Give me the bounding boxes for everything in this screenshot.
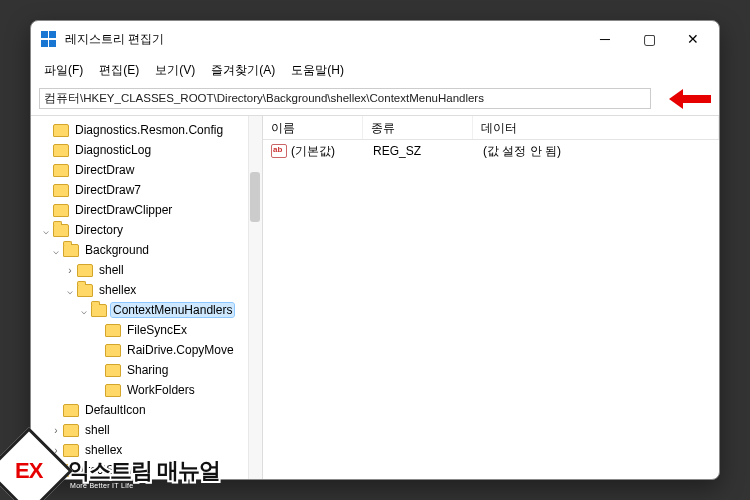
- menu-view[interactable]: 보기(V): [148, 59, 202, 82]
- tree-node-label: DirectDraw: [73, 163, 136, 177]
- close-button[interactable]: ✕: [671, 23, 715, 55]
- tree-node-label: Diagnostics.Resmon.Config: [73, 123, 225, 137]
- menu-edit[interactable]: 편집(E): [92, 59, 146, 82]
- address-bar-row: 컴퓨터\HKEY_CLASSES_ROOT\Directory\Backgrou…: [31, 84, 719, 116]
- tree-node[interactable]: WorkFolders: [35, 380, 262, 400]
- tree-node-label: shell: [97, 263, 126, 277]
- column-data[interactable]: 데이터: [473, 116, 719, 139]
- cell-name: (기본값): [291, 143, 365, 160]
- cell-data: (값 설정 안 됨): [475, 143, 719, 160]
- tree-node[interactable]: DirectDrawClipper: [35, 200, 262, 220]
- maximize-button[interactable]: ▢: [627, 23, 671, 55]
- window-title: 레지스트리 편집기: [65, 31, 583, 48]
- tree-node[interactable]: DiagnosticLog: [35, 140, 262, 160]
- tree-node-label: RaiDrive.CopyMove: [125, 343, 236, 357]
- tree-node-label: Background: [83, 243, 151, 257]
- tree-node-label: WorkFolders: [125, 383, 197, 397]
- folder-icon: [53, 124, 69, 137]
- folder-icon: [63, 404, 79, 417]
- cell-type: REG_SZ: [365, 144, 475, 158]
- callout-arrow-icon: [669, 89, 711, 109]
- address-bar[interactable]: 컴퓨터\HKEY_CLASSES_ROOT\Directory\Backgrou…: [39, 88, 651, 109]
- chevron-right-icon[interactable]: ›: [63, 265, 77, 276]
- tree-node-label: DefaultIcon: [83, 403, 148, 417]
- watermark: EX 익스트림 매뉴얼 More Better IT Life: [0, 440, 226, 500]
- chevron-down-icon[interactable]: ⌵: [77, 305, 91, 316]
- tree-node-label: DirectDraw7: [73, 183, 143, 197]
- folder-icon: [53, 184, 69, 197]
- tree-node[interactable]: DirectDraw: [35, 160, 262, 180]
- content-area: Diagnostics.Resmon.ConfigDiagnosticLogDi…: [31, 116, 719, 479]
- tree-node-label: DirectDrawClipper: [73, 203, 174, 217]
- tree-pane[interactable]: Diagnostics.Resmon.ConfigDiagnosticLogDi…: [31, 116, 263, 479]
- app-icon: [41, 31, 57, 47]
- chevron-down-icon[interactable]: ⌵: [49, 245, 63, 256]
- chevron-down-icon[interactable]: ⌵: [63, 285, 77, 296]
- tree-node[interactable]: ⌵shellex: [35, 280, 262, 300]
- window-controls: ─ ▢ ✕: [583, 23, 715, 55]
- tree-node-label: Sharing: [125, 363, 170, 377]
- list-pane[interactable]: 이름 종류 데이터 (기본값)REG_SZ(값 설정 안 됨): [263, 116, 719, 479]
- list-row[interactable]: (기본값)REG_SZ(값 설정 안 됨): [263, 140, 719, 162]
- titlebar[interactable]: 레지스트리 편집기 ─ ▢ ✕: [31, 21, 719, 57]
- chevron-down-icon[interactable]: ⌵: [39, 225, 53, 236]
- tree-node[interactable]: Diagnostics.Resmon.Config: [35, 120, 262, 140]
- tree-node[interactable]: ⌵ContextMenuHandlers: [35, 300, 262, 320]
- folder-icon: [91, 304, 107, 317]
- folder-icon: [53, 164, 69, 177]
- tree-node-label: ContextMenuHandlers: [111, 303, 234, 317]
- menubar: 파일(F) 편집(E) 보기(V) 즐겨찾기(A) 도움말(H): [31, 57, 719, 84]
- tree-node-label: DiagnosticLog: [73, 143, 153, 157]
- folder-icon: [53, 204, 69, 217]
- tree-node[interactable]: ›shell: [35, 260, 262, 280]
- column-type[interactable]: 종류: [363, 116, 473, 139]
- tree-node-label: shellex: [97, 283, 138, 297]
- folder-icon: [53, 144, 69, 157]
- minimize-button[interactable]: ─: [583, 23, 627, 55]
- chevron-right-icon[interactable]: ›: [49, 425, 63, 436]
- tree-node[interactable]: FileSyncEx: [35, 320, 262, 340]
- column-name[interactable]: 이름: [263, 116, 363, 139]
- scrollbar[interactable]: [248, 116, 262, 479]
- tree-node[interactable]: Sharing: [35, 360, 262, 380]
- registry-editor-window: 레지스트리 편집기 ─ ▢ ✕ 파일(F) 편집(E) 보기(V) 즐겨찾기(A…: [30, 20, 720, 480]
- menu-help[interactable]: 도움말(H): [284, 59, 351, 82]
- folder-icon: [105, 364, 121, 377]
- tree-node-label: shell: [83, 423, 112, 437]
- watermark-text: 익스트림 매뉴얼 More Better IT Life: [50, 452, 226, 491]
- folder-icon: [63, 244, 79, 257]
- tree-node[interactable]: ⌵Background: [35, 240, 262, 260]
- tree-node[interactable]: ⌵Directory: [35, 220, 262, 240]
- tree-node-label: Directory: [73, 223, 125, 237]
- folder-icon: [105, 384, 121, 397]
- folder-icon: [77, 264, 93, 277]
- folder-icon: [105, 324, 121, 337]
- folder-icon: [53, 224, 69, 237]
- folder-icon: [63, 424, 79, 437]
- tree-node[interactable]: DirectDraw7: [35, 180, 262, 200]
- tree-node[interactable]: DefaultIcon: [35, 400, 262, 420]
- menu-file[interactable]: 파일(F): [37, 59, 90, 82]
- scrollbar-thumb[interactable]: [250, 172, 260, 222]
- folder-icon: [105, 344, 121, 357]
- tree-node[interactable]: RaiDrive.CopyMove: [35, 340, 262, 360]
- tree-node[interactable]: ›shell: [35, 420, 262, 440]
- string-value-icon: [271, 144, 287, 158]
- tree-node-label: FileSyncEx: [125, 323, 189, 337]
- folder-icon: [77, 284, 93, 297]
- list-header[interactable]: 이름 종류 데이터: [263, 116, 719, 140]
- menu-favorites[interactable]: 즐겨찾기(A): [204, 59, 282, 82]
